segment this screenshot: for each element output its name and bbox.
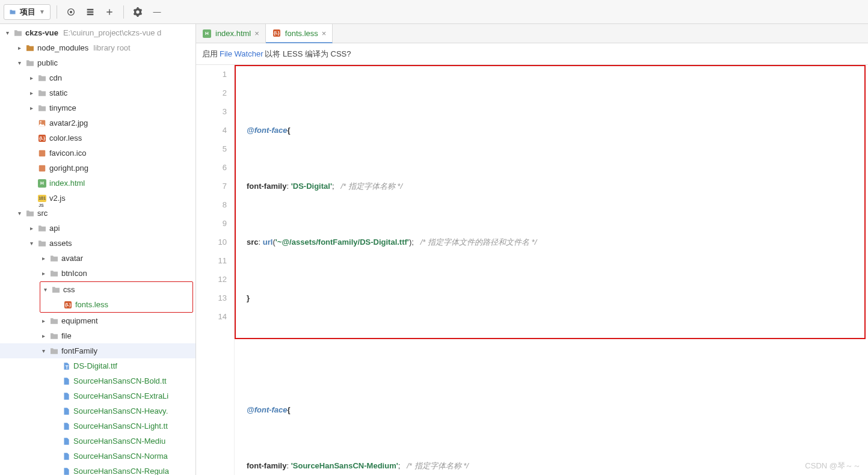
folder-icon — [49, 316, 59, 326]
font-file-icon — [61, 437, 71, 446]
line-number: 1 — [196, 65, 227, 84]
tree-assets[interactable]: ▾ assets — [0, 236, 195, 251]
tree-src[interactable]: ▾ src — [0, 206, 195, 221]
folder-icon — [37, 88, 47, 98]
tab-index-html[interactable]: H index.html × — [196, 24, 266, 43]
code-content[interactable]: @font-face { font-family: 'DS-Digital'; … — [235, 65, 868, 475]
tree-label: cdn — [49, 73, 62, 82]
tree-btnicon[interactable]: ▸ btnIcon — [0, 266, 195, 281]
chevron-down-icon: ▾ — [42, 286, 49, 293]
tree-file-avatar2[interactable]: avatar2.jpg — [0, 115, 195, 130]
chevron-right-icon: ▸ — [28, 90, 35, 96]
settings-button[interactable] — [130, 4, 146, 20]
locate-button[interactable] — [63, 4, 79, 20]
svg-rect-4 — [39, 150, 46, 156]
line-number: 3 — [196, 102, 227, 121]
chevron-down-icon: ▼ — [39, 8, 45, 15]
tree-suffix: library root — [93, 43, 130, 52]
tree-label: goright.png — [49, 164, 88, 173]
tree-node-modules[interactable]: ▸ node_modules library root — [0, 40, 195, 55]
folder-icon — [37, 239, 47, 248]
chevron-down-icon: ▾ — [40, 348, 47, 354]
folder-icon — [37, 103, 47, 113]
tree-public[interactable]: ▾ public — [0, 55, 195, 70]
tree-file-ttf[interactable]: SourceHanSansCN-Heavy. — [0, 403, 195, 418]
separator — [123, 5, 124, 19]
project-toolbar: 项目 ▼ — — [0, 0, 868, 24]
tree-static[interactable]: ▸ static — [0, 85, 195, 100]
tree-label: css — [63, 285, 75, 294]
project-dropdown[interactable]: 项目 ▼ — [4, 4, 51, 20]
line-number: 5 — [196, 139, 227, 158]
file-watcher-link[interactable]: File Watcher — [220, 49, 263, 58]
tree-tinymce[interactable]: ▸ tinymce — [0, 100, 195, 115]
svg-rect-5 — [39, 165, 46, 171]
tree-file-ttf[interactable]: SourceHanSansCN-Regula — [0, 464, 195, 475]
tree-file-index[interactable]: H index.html — [0, 176, 195, 191]
chevron-down-icon: ▾ — [4, 29, 11, 36]
tree-file-favicon[interactable]: favicon.ico — [0, 146, 195, 161]
chevron-right-icon: ▸ — [40, 332, 47, 339]
font-file-icon — [61, 467, 71, 476]
chevron-right-icon: ▸ — [40, 270, 47, 277]
folder-icon — [49, 269, 59, 278]
project-tree[interactable]: ▾ ckzs-vue E:\cuirun_project\ckzs-vue d … — [0, 24, 195, 475]
line-number: 13 — [196, 289, 227, 307]
project-label: 项目 — [20, 7, 35, 17]
tab-fonts-less[interactable]: {L} fonts.less × — [266, 24, 333, 43]
tree-file-ttf[interactable]: DS-Digital.ttf — [0, 358, 195, 373]
tree-file-fontsless[interactable]: {L} fonts.less — [42, 297, 191, 312]
folder-icon — [25, 58, 35, 68]
line-number: 10 — [196, 233, 227, 251]
hide-button[interactable]: — — [149, 4, 165, 20]
collapse-button[interactable] — [102, 4, 117, 20]
close-icon[interactable]: × — [254, 29, 259, 38]
expand-all-button[interactable] — [82, 4, 98, 20]
tree-file-folder[interactable]: ▸ file — [0, 328, 195, 343]
tree-label: color.less — [49, 133, 82, 142]
close-icon[interactable]: × — [322, 29, 327, 38]
tree-fontfamily[interactable]: ▾ fontFamily — [0, 343, 195, 358]
tree-file-ttf[interactable]: SourceHanSansCN-Norma — [0, 449, 195, 464]
font-file-icon — [61, 421, 71, 431]
html-file-icon: H — [202, 29, 212, 38]
tree-label: api — [49, 224, 60, 233]
tree-css[interactable]: ▾ css — [42, 282, 191, 297]
tree-file-ttf[interactable]: SourceHanSansCN-Light.tt — [0, 418, 195, 434]
tree-avatar[interactable]: ▸ avatar — [0, 251, 195, 266]
folder-icon — [37, 73, 47, 83]
tree-cdn[interactable]: ▸ cdn — [0, 70, 195, 85]
tree-file-ttf[interactable]: SourceHanSansCN-Bold.tt — [0, 373, 195, 388]
tree-file-ttf[interactable]: SourceHanSansCN-Mediu — [0, 434, 195, 449]
chevron-right-icon: ▸ — [28, 75, 35, 81]
tree-root[interactable]: ▾ ckzs-vue E:\cuirun_project\ckzs-vue d — [0, 25, 195, 40]
library-folder-icon — [25, 43, 35, 53]
tree-label: SourceHanSansCN-Norma — [73, 452, 168, 461]
image-file-icon — [37, 164, 47, 173]
folder-icon — [49, 331, 59, 341]
code-editor[interactable]: 1 2 3 4 5 6 7 8 9 10 11 12 13 14 @font-f… — [196, 65, 868, 475]
tree-label: SourceHanSansCN-Bold.tt — [73, 376, 167, 385]
tree-file-colorless[interactable]: {L} color.less — [0, 130, 195, 146]
tab-label: index.html — [215, 29, 251, 38]
line-number: 9 — [196, 214, 227, 233]
folder-icon — [37, 224, 47, 233]
line-number: 2 — [196, 84, 227, 102]
folder-icon — [13, 28, 23, 38]
tree-label: SourceHanSansCN-Heavy. — [73, 406, 168, 415]
project-folder-icon — [9, 8, 16, 16]
folder-icon — [51, 285, 61, 295]
tree-file-ttf[interactable]: SourceHanSansCN-ExtraLi — [0, 388, 195, 403]
tree-equipment[interactable]: ▸ equipment — [0, 313, 195, 328]
tree-label: equipment — [61, 316, 98, 325]
tree-api[interactable]: ▸ api — [0, 221, 195, 236]
svg-point-3 — [40, 121, 42, 122]
tree-file-v2[interactable]: 101JS v2.js — [0, 191, 195, 206]
tree-label: v2.js — [49, 194, 66, 203]
folder-icon — [25, 209, 35, 218]
line-number: 4 — [196, 121, 227, 139]
chevron-right-icon: ▸ — [28, 105, 35, 111]
chevron-down-icon: ▾ — [16, 210, 23, 216]
tree-file-goright[interactable]: goright.png — [0, 161, 195, 176]
tree-label: public — [37, 58, 58, 67]
